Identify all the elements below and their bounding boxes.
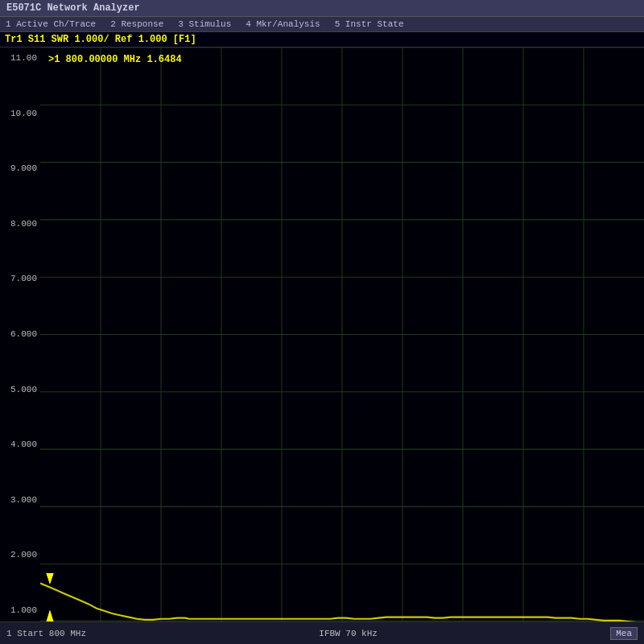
marker-triangle-top <box>47 574 53 584</box>
marker-readout: >1 800.00000 MHz 1.6484 <box>48 54 182 65</box>
app-title: E5071C Network Analyzer <box>6 2 140 14</box>
trace-label: Tr1 S11 SWR 1.000/ Ref 1.000 [F1] <box>5 34 196 45</box>
title-bar: E5071C Network Analyzer <box>0 0 644 17</box>
chart-container: 11.00 10.00 9.000 8.000 7.000 6.000 5.00… <box>0 47 644 621</box>
y-label-3: 3.000 <box>2 496 37 505</box>
y-label-5: 5.000 <box>2 386 37 394</box>
menu-mkr-analysis[interactable]: 4 Mkr/Analysis <box>243 19 322 30</box>
y-label-7: 7.000 <box>2 275 37 283</box>
y-label-2: 2.000 <box>2 551 37 559</box>
y-label-8: 8.000 <box>2 220 37 229</box>
y-label-9: 9.000 <box>2 164 37 173</box>
marker-triangle-bottom <box>47 611 53 621</box>
y-label-1: 1.000 <box>2 606 37 615</box>
status-start-freq: 1 Start 800 MHz <box>6 629 86 638</box>
y-label-11: 11.00 <box>2 54 37 63</box>
menu-instr-state[interactable]: 5 Instr State <box>332 19 407 30</box>
y-axis: 11.00 10.00 9.000 8.000 7.000 6.000 5.00… <box>0 47 40 621</box>
status-bar: 1 Start 800 MHz IFBW 70 kHz Mea <box>0 621 644 644</box>
menu-stimulus[interactable]: 3 Stimulus <box>175 19 233 30</box>
app-container: E5071C Network Analyzer 1 Active Ch/Trac… <box>0 0 644 644</box>
y-label-4: 4.000 <box>2 440 37 449</box>
status-ifbw: IFBW 70 kHz <box>319 629 378 638</box>
menu-active-ch[interactable]: 1 Active Ch/Trace <box>3 19 98 30</box>
y-label-6: 6.000 <box>2 330 37 339</box>
menu-response[interactable]: 2 Response <box>108 19 166 30</box>
chart-svg <box>40 47 644 621</box>
mea-button[interactable]: Mea <box>610 627 638 640</box>
marker-line1: >1 800.00000 MHz 1.6484 <box>48 54 182 65</box>
trace-header: Tr1 S11 SWR 1.000/ Ref 1.000 [F1] <box>0 32 644 47</box>
chart-inner: >1 800.00000 MHz 1.6484 <box>40 47 644 621</box>
menu-bar: 1 Active Ch/Trace 2 Response 3 Stimulus … <box>0 17 644 32</box>
y-label-10: 10.00 <box>2 109 37 118</box>
